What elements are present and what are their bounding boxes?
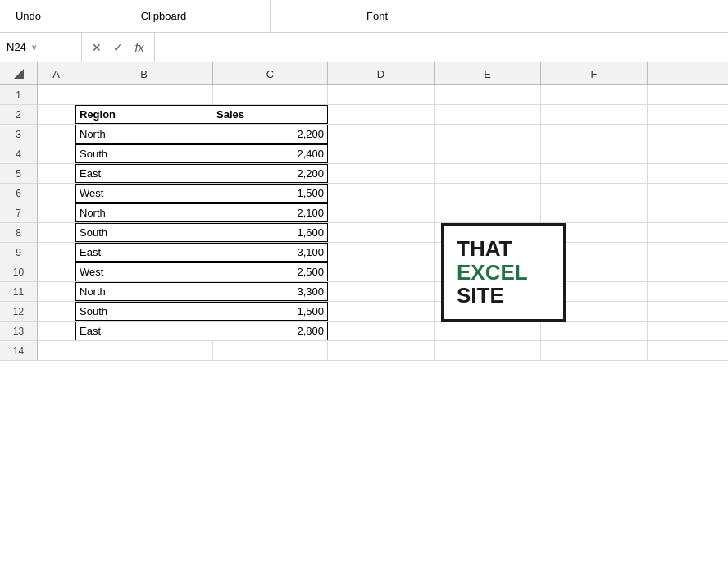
cell-d1[interactable] <box>328 85 435 104</box>
cell-a2[interactable] <box>38 105 75 124</box>
cell-b1[interactable] <box>75 85 213 104</box>
cell-a7[interactable] <box>38 203 75 222</box>
col-header-f[interactable]: F <box>541 62 648 85</box>
cell-a11[interactable] <box>38 282 75 301</box>
cell-b9[interactable]: East <box>75 243 213 262</box>
cell-c8[interactable]: 1,600 <box>213 223 328 242</box>
cell-a12[interactable] <box>38 302 75 321</box>
cell-e1[interactable] <box>435 85 541 104</box>
cell-c11[interactable]: 3,300 <box>213 282 328 301</box>
cell-c7[interactable]: 2,100 <box>213 203 328 222</box>
cell-c3[interactable]: 2,200 <box>213 125 328 144</box>
cell-b12[interactable]: South <box>75 302 213 321</box>
cell-d10[interactable] <box>328 262 435 281</box>
cell-c13[interactable]: 2,800 <box>213 322 328 340</box>
cancel-formula-button[interactable]: ✕ <box>89 41 105 54</box>
cell-e5[interactable] <box>435 164 541 183</box>
cell-d3[interactable] <box>328 125 435 144</box>
cell-e3[interactable] <box>435 125 541 144</box>
cell-a6[interactable] <box>38 184 75 203</box>
cell-d11[interactable] <box>328 282 435 301</box>
cell-d14[interactable] <box>328 341 435 360</box>
cell-b14[interactable] <box>75 341 213 360</box>
cell-f13[interactable] <box>541 322 648 340</box>
cell-e6[interactable] <box>435 184 541 203</box>
cell-a5[interactable] <box>38 164 75 183</box>
cell-a1[interactable] <box>38 85 75 104</box>
row-num-9: 9 <box>0 243 38 262</box>
cell-f2[interactable] <box>541 105 648 124</box>
cell-d2[interactable] <box>328 105 435 124</box>
cell-d6[interactable] <box>328 184 435 203</box>
cell-f3[interactable] <box>541 125 648 144</box>
undo-label[interactable]: Undo <box>16 10 41 22</box>
cell-d12[interactable] <box>328 302 435 321</box>
row-num-7: 7 <box>0 203 38 222</box>
cell-f7[interactable] <box>541 203 648 222</box>
cell-b5[interactable]: East <box>75 164 213 183</box>
cell-d7[interactable] <box>328 203 435 222</box>
cell-d9[interactable] <box>328 243 435 262</box>
cell-b4[interactable]: South <box>75 144 213 163</box>
cell-e4[interactable] <box>435 144 541 163</box>
row-num-4: 4 <box>0 144 38 163</box>
cell-a4[interactable] <box>38 144 75 163</box>
cell-c2[interactable]: Sales <box>213 105 328 124</box>
cell-c9[interactable]: 3,100 <box>213 243 328 262</box>
cell-b2[interactable]: Region <box>75 105 213 124</box>
cell-d8[interactable] <box>328 223 435 242</box>
fx-icon[interactable]: fx <box>131 41 148 54</box>
cell-b13[interactable]: East <box>75 322 213 340</box>
cell-c14[interactable] <box>213 341 328 360</box>
confirm-formula-button[interactable]: ✓ <box>110 41 126 54</box>
cell-a14[interactable] <box>38 341 75 360</box>
cell-b7[interactable]: North <box>75 203 213 222</box>
cell-b10[interactable]: West <box>75 262 213 281</box>
undo-section: Undo <box>0 0 57 32</box>
cell-e2[interactable] <box>435 105 541 124</box>
logo-line1: THAT <box>457 237 512 261</box>
cell-e14[interactable] <box>435 341 541 360</box>
cell-d4[interactable] <box>328 144 435 163</box>
cell-d13[interactable] <box>328 322 435 340</box>
cell-c12[interactable]: 1,500 <box>213 302 328 321</box>
cell-f1[interactable] <box>541 85 648 104</box>
row-num-10: 10 <box>0 262 38 281</box>
cell-e7[interactable] <box>435 203 541 222</box>
table-row: 6 West 1,500 <box>0 184 728 203</box>
col-header-a[interactable]: A <box>38 62 75 85</box>
table-row: 3 North 2,200 <box>0 125 728 144</box>
row-num-13: 13 <box>0 322 38 340</box>
cell-b11[interactable]: North <box>75 282 213 301</box>
name-box[interactable]: N24 ∨ <box>0 33 82 62</box>
cell-a9[interactable] <box>38 243 75 262</box>
col-header-d[interactable]: D <box>328 62 435 85</box>
grid-body: 1 2 Region Sales 3 North 2,200 <box>0 85 728 361</box>
col-header-e[interactable]: E <box>435 62 541 85</box>
name-box-chevron-icon[interactable]: ∨ <box>31 43 37 52</box>
table-row: 8 South 1,600 <box>0 223 728 243</box>
clipboard-label: Clipboard <box>141 10 187 22</box>
col-header-c[interactable]: C <box>213 62 328 85</box>
cell-f14[interactable] <box>541 341 648 360</box>
cell-f6[interactable] <box>541 184 648 203</box>
cell-e13[interactable] <box>435 322 541 340</box>
cell-a8[interactable] <box>38 223 75 242</box>
cell-d5[interactable] <box>328 164 435 183</box>
table-row: 9 East 3,100 <box>0 243 728 262</box>
cell-a3[interactable] <box>38 125 75 144</box>
cell-c10[interactable]: 2,500 <box>213 262 328 281</box>
cell-c4[interactable]: 2,400 <box>213 144 328 163</box>
cell-c6[interactable]: 1,500 <box>213 184 328 203</box>
name-box-value: N24 <box>7 41 26 53</box>
cell-a13[interactable] <box>38 322 75 340</box>
cell-f5[interactable] <box>541 164 648 183</box>
cell-a10[interactable] <box>38 262 75 281</box>
cell-b3[interactable]: North <box>75 125 213 144</box>
cell-f4[interactable] <box>541 144 648 163</box>
col-header-b[interactable]: B <box>75 62 213 85</box>
cell-b8[interactable]: South <box>75 223 213 242</box>
cell-c5[interactable]: 2,200 <box>213 164 328 183</box>
cell-c1[interactable] <box>213 85 328 104</box>
cell-b6[interactable]: West <box>75 184 213 203</box>
